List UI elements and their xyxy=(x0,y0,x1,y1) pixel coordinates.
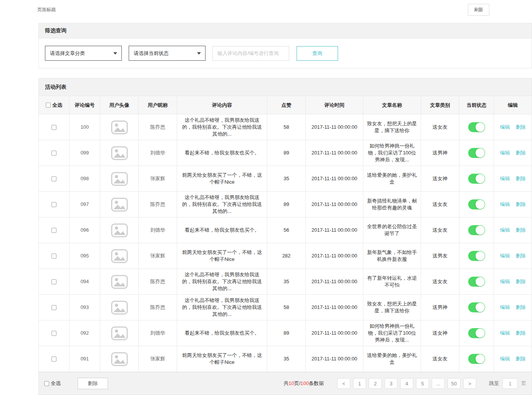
status-toggle[interactable] xyxy=(468,199,485,209)
status-cell xyxy=(459,346,494,372)
status-cell xyxy=(459,192,494,217)
row-select-cell xyxy=(39,320,70,346)
status-toggle[interactable] xyxy=(468,354,485,364)
avatar-cell xyxy=(100,115,139,140)
delete-link[interactable]: 删除 xyxy=(516,149,526,156)
article-name: 送给爱美的她，美护礼盒 xyxy=(363,166,421,192)
delete-link[interactable]: 删除 xyxy=(516,227,526,234)
page-button[interactable]: < xyxy=(337,378,350,389)
nickname: 陈乔恩 xyxy=(139,295,177,320)
image-placeholder-icon xyxy=(111,120,128,134)
page-button[interactable]: 2 xyxy=(369,378,382,389)
comment-time: 2017-11-11 00:00:00 xyxy=(306,295,363,320)
edit-link[interactable]: 编辑 xyxy=(500,355,510,362)
refresh-button[interactable]: 刷新 xyxy=(468,4,489,16)
status-cell xyxy=(459,320,494,346)
status-toggle[interactable] xyxy=(468,328,485,338)
table-row: 095 张家辉 前两天给女朋友买了一个，不错，这个帽子Nice 282 2017… xyxy=(39,243,532,269)
article-category: 送女友 xyxy=(421,346,459,372)
comment-id: 093 xyxy=(70,295,100,320)
row-checkbox[interactable] xyxy=(51,176,56,181)
page-button[interactable]: 4 xyxy=(400,378,413,389)
row-checkbox[interactable] xyxy=(51,254,56,259)
status-toggle[interactable] xyxy=(468,122,485,132)
row-select-cell xyxy=(39,166,70,192)
status-toggle[interactable] xyxy=(468,251,485,261)
status-cell xyxy=(459,140,494,166)
edit-cell: 编辑 删除 xyxy=(494,243,532,269)
status-toggle[interactable] xyxy=(468,225,485,235)
jump-page-input[interactable] xyxy=(502,378,518,389)
edit-link[interactable]: 编辑 xyxy=(500,227,510,234)
top-bar: 页面标题 刷新 xyxy=(0,0,532,19)
status-toggle[interactable] xyxy=(468,174,485,184)
toggle-knob xyxy=(476,123,485,132)
toggle-knob xyxy=(476,148,485,158)
filter-panel-title: 筛选查询 xyxy=(39,23,532,38)
image-placeholder-icon xyxy=(111,300,128,315)
row-checkbox[interactable] xyxy=(51,202,56,207)
column-content: 评论内容 xyxy=(177,96,267,115)
status-toggle[interactable] xyxy=(468,302,485,312)
page-button[interactable]: 1 xyxy=(353,378,366,389)
comment-content: 前两天给女朋友买了一个，不错，这个帽子Nice xyxy=(177,166,267,192)
page-button[interactable]: ... xyxy=(432,378,445,389)
page-button[interactable]: 50 xyxy=(447,378,461,389)
edit-link[interactable]: 编辑 xyxy=(500,149,510,156)
footer-delete-button[interactable]: 删除 xyxy=(78,378,108,389)
query-button[interactable]: 查询 xyxy=(297,46,338,61)
summary-count: 100 xyxy=(300,380,309,386)
search-input[interactable] xyxy=(212,46,289,61)
delete-link[interactable]: 删除 xyxy=(516,124,526,131)
article-category: 送男友 xyxy=(421,243,459,269)
toggle-knob xyxy=(476,354,485,363)
edit-link[interactable]: 编辑 xyxy=(500,201,510,208)
edit-link[interactable]: 编辑 xyxy=(500,252,510,259)
edit-link[interactable]: 编辑 xyxy=(500,124,510,131)
delete-link[interactable]: 删除 xyxy=(516,355,526,362)
page-button[interactable]: > xyxy=(463,378,476,389)
row-checkbox[interactable] xyxy=(51,125,56,130)
comment-time: 2017-11-11 00:00:00 xyxy=(306,115,363,140)
page-button[interactable]: 3 xyxy=(384,378,398,389)
delete-link[interactable]: 删除 xyxy=(516,304,526,311)
delete-link[interactable]: 删除 xyxy=(516,201,526,208)
image-placeholder-icon xyxy=(111,326,128,340)
row-checkbox[interactable] xyxy=(51,151,56,156)
edit-cell: 编辑 删除 xyxy=(494,346,532,372)
row-checkbox[interactable] xyxy=(51,305,56,310)
edit-cell: 编辑 删除 xyxy=(494,166,532,192)
row-select-cell xyxy=(39,295,70,320)
select-all-checkbox[interactable] xyxy=(46,103,51,108)
delete-link[interactable]: 删除 xyxy=(516,175,526,182)
pagination: <12345...50> xyxy=(335,378,476,389)
article-name: 新年新气象，不如给手机换件新衣服 xyxy=(363,243,421,269)
edit-link[interactable]: 编辑 xyxy=(500,304,510,311)
nickname: 陈乔恩 xyxy=(139,269,177,295)
image-placeholder-icon xyxy=(111,198,128,212)
status-toggle[interactable] xyxy=(468,277,485,287)
row-select-cell xyxy=(39,346,70,372)
footer-select-all-checkbox[interactable] xyxy=(44,381,49,386)
page-button[interactable]: 5 xyxy=(416,378,429,389)
row-select-cell xyxy=(39,269,70,295)
table-row: 093 陈乔恩 这个礼品不错呀，我男朋友给我送的，我特别喜欢。下次再让他给我送其… xyxy=(39,295,532,320)
delete-link[interactable]: 删除 xyxy=(516,330,526,337)
status-toggle[interactable] xyxy=(468,148,485,158)
current-status-select[interactable]: 请选择当前状态 xyxy=(129,46,206,61)
article-category-select[interactable]: 请选择文章分类 xyxy=(45,46,122,61)
edit-link[interactable]: 编辑 xyxy=(500,330,510,337)
column-status: 当前状态 xyxy=(459,96,494,115)
row-checkbox[interactable] xyxy=(51,279,56,284)
avatar-cell xyxy=(100,192,139,217)
image-placeholder-icon xyxy=(111,172,128,186)
jump-page-suffix: 页 xyxy=(521,380,526,387)
delete-link[interactable]: 删除 xyxy=(516,278,526,285)
delete-link[interactable]: 删除 xyxy=(516,252,526,259)
row-checkbox[interactable] xyxy=(51,357,56,362)
table-row: 098 张家辉 前两天给女朋友买了一个，不错，这个帽子Nice 35 2017-… xyxy=(39,166,532,192)
edit-link[interactable]: 编辑 xyxy=(500,278,510,285)
row-checkbox[interactable] xyxy=(51,228,56,233)
edit-link[interactable]: 编辑 xyxy=(500,175,510,182)
row-checkbox[interactable] xyxy=(51,331,56,336)
